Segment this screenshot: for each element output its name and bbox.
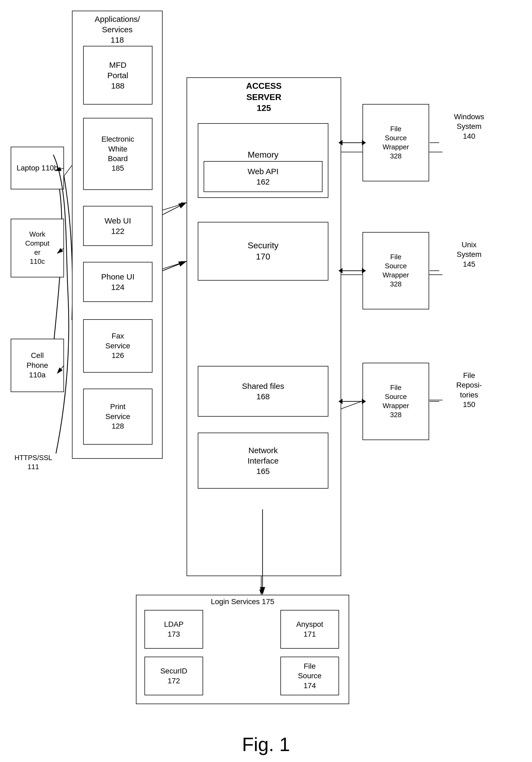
laptop-box: Laptop 110b — [11, 147, 64, 190]
mfd-portal-label: MFDPortal188 — [107, 60, 128, 91]
https-ssl-label: HTTPS/SSL111 — [8, 453, 59, 472]
file-repositories-label: FileReposi-tories150 — [440, 371, 499, 410]
file-source-wrapper-1-box: FileSourceWrapper328 — [363, 104, 429, 181]
network-interface-box: NetworkInterface165 — [198, 433, 328, 489]
print-service-box: PrintService128 — [83, 389, 153, 445]
electronic-white-board-box: ElectronicWhiteBoard185 — [83, 118, 153, 190]
network-interface-label: NetworkInterface165 — [248, 445, 279, 476]
svg-line-27 — [163, 203, 186, 215]
file-source-174-label: FileSource174 — [298, 661, 322, 691]
file-source-wrapper-2-label: FileSourceWrapper328 — [382, 253, 409, 289]
anyspot-label: Anyspot171 — [296, 620, 323, 639]
windows-system-text: WindowsSystem140 — [454, 113, 484, 140]
unix-system-label: UnixSystem145 — [440, 240, 499, 269]
file-repositories-text: FileReposi-tories150 — [456, 371, 482, 409]
fax-service-label: FaxService126 — [105, 331, 130, 360]
security-label: Security170 — [248, 240, 279, 262]
electronic-white-board-label: ElectronicWhiteBoard185 — [101, 134, 134, 173]
access-server-box: ACCESSSERVER125 Memory160 Web API162 Sec… — [187, 77, 341, 576]
ldap-box: LDAP173 — [145, 610, 203, 648]
file-source-wrapper-1-label: FileSourceWrapper328 — [382, 124, 409, 161]
phone-ui-label: Phone UI124 — [101, 271, 134, 292]
applications-services-box: Applications/Services118 MFDPortal188 El… — [72, 11, 163, 459]
shared-files-label: Shared files168 — [242, 381, 284, 402]
memory-box: Memory160 Web API162 — [198, 123, 328, 198]
file-source-wrapper-3-box: FileSourceWrapper328 — [363, 363, 429, 440]
https-ssl-text: HTTPS/SSL111 — [14, 454, 52, 471]
cell-phone-box: CellPhone110a — [11, 339, 64, 392]
work-computer-box: WorkComputer110c — [11, 219, 64, 277]
web-ui-label: Web UI122 — [104, 215, 131, 236]
file-source-174-box: FileSource174 — [280, 657, 339, 695]
phone-ui-box: Phone UI124 — [83, 262, 153, 302]
file-source-wrapper-3-label: FileSourceWrapper328 — [382, 383, 409, 419]
laptop-label: Laptop 110b — [17, 163, 58, 173]
anyspot-box: Anyspot171 — [280, 610, 339, 648]
unix-system-text: UnixSystem145 — [457, 241, 481, 268]
access-server-label: ACCESSSERVER125 — [246, 81, 282, 113]
mfd-portal-box: MFDPortal188 — [83, 46, 153, 105]
securid-box: SecurID172 — [145, 657, 203, 695]
fax-service-box: FaxService126 — [83, 319, 153, 373]
work-computer-label: WorkComputer110c — [25, 230, 49, 266]
web-api-label: Web API162 — [248, 166, 279, 187]
file-source-wrapper-2-box: FileSourceWrapper328 — [363, 232, 429, 309]
cell-phone-label: CellPhone110a — [27, 351, 48, 380]
applications-services-label: Applications/Services118 — [95, 15, 140, 44]
fig-caption-text: Fig. 1 — [242, 734, 290, 755]
login-services-box: Login Services 175 LDAP173 Anyspot171 Se… — [136, 595, 349, 704]
print-service-label: PrintService128 — [105, 402, 130, 431]
securid-label: SecurID172 — [160, 666, 187, 686]
security-box: Security170 — [198, 222, 328, 280]
svg-line-28 — [163, 262, 186, 271]
ldap-label: LDAP173 — [164, 620, 183, 639]
login-services-label: Login Services 175 — [211, 597, 274, 606]
shared-files-box: Shared files168 — [198, 366, 328, 417]
svg-line-0 — [64, 165, 72, 176]
web-ui-box: Web UI122 — [83, 206, 153, 246]
diagram: Laptop 110b WorkComputer110c CellPhone11… — [0, 0, 532, 762]
figure-caption: Fig. 1 — [0, 733, 532, 755]
windows-system-label: WindowsSystem140 — [440, 112, 499, 141]
